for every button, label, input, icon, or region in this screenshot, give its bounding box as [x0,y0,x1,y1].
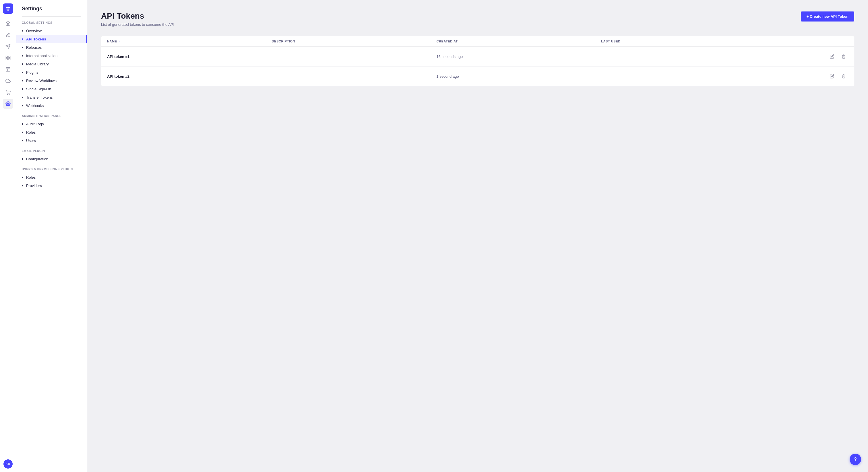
nav-dot [22,105,23,106]
sidebar-item-audit-logs[interactable]: Audit Logs [16,120,87,128]
main-content: API Tokens List of generated tokens to c… [87,0,868,472]
sidebar-item-media-library[interactable]: Media Library [16,60,87,68]
col-header-name: NAME [107,40,272,43]
page-header-text: API Tokens List of generated tokens to c… [101,11,174,27]
svg-rect-4 [6,59,7,60]
nav-dot [22,80,23,81]
table-header: NAME DESCRIPTION CREATED AT LAST USED [101,36,854,47]
col-header-created-at: CREATED AT [437,40,601,43]
sidebar-item-providers[interactable]: Providers [16,181,87,190]
sidebar-item-plugins[interactable]: Plugins [16,68,87,76]
svg-rect-6 [6,67,10,71]
sidebar-item-overview[interactable]: Overview [16,27,87,35]
sidebar-item-review-workflows[interactable]: Review Workflows [16,76,87,85]
col-header-description: DESCRIPTION [272,40,437,43]
page-subtitle: List of generated tokens to consume the … [101,22,174,27]
nav-components-icon[interactable] [3,64,13,74]
nav-dot [22,177,23,178]
svg-point-7 [7,94,8,95]
token-actions-1 [766,52,848,61]
delete-token-2-button[interactable] [839,72,848,81]
sort-name-icon[interactable] [118,40,120,42]
delete-token-1-button[interactable] [839,52,848,61]
nav-home-icon[interactable] [3,19,13,29]
sidebar-item-api-tokens[interactable]: API Tokens [16,35,87,43]
settings-sidebar: Settings GLOBAL SETTINGS Overview API To… [16,0,87,472]
svg-rect-2 [6,56,7,57]
icon-sidebar: KD [0,0,16,472]
nav-dot [22,47,23,48]
help-button[interactable]: ? [849,453,861,465]
sidebar-item-permissions-roles[interactable]: Roles [16,173,87,181]
nav-media-icon[interactable] [3,41,13,52]
user-avatar[interactable]: KD [3,460,12,469]
nav-content-icon[interactable] [3,30,13,40]
section-administration-panel: ADMINISTRATION PANEL [16,114,87,120]
sidebar-item-configuration[interactable]: Configuration [16,155,87,163]
nav-dot [22,123,23,125]
nav-dot [22,140,23,141]
nav-dot [22,132,23,133]
tokens-table: NAME DESCRIPTION CREATED AT LAST USED AP… [101,36,854,86]
section-email-plugin: EMAIL PLUGIN [16,149,87,155]
sidebar-item-users[interactable]: Users [16,136,87,145]
nav-dot [22,55,23,57]
token-created-at-2: 1 second ago [437,74,601,78]
sidebar-item-roles[interactable]: Roles [16,128,87,136]
section-global-settings: GLOBAL SETTINGS [16,21,87,27]
nav-dot-active [22,38,23,40]
nav-dot [22,88,23,90]
nav-cart-icon[interactable] [3,87,13,98]
token-name-1: API token #1 [107,55,272,59]
app-logo[interactable] [3,3,13,14]
col-header-actions [766,40,848,43]
nav-dot [22,30,23,32]
section-users-permissions: USERS & PERMISSIONS PLUGIN [16,168,87,173]
nav-settings-icon[interactable] [3,99,13,109]
nav-dot [22,63,23,65]
nav-dot [22,158,23,160]
settings-title: Settings [16,6,87,16]
sidebar-item-internationalization[interactable]: Internationalization [16,52,87,60]
svg-point-9 [7,103,9,105]
table-row: API token #2 1 second ago [101,67,854,86]
svg-rect-3 [9,56,10,57]
edit-token-2-button[interactable] [828,72,837,81]
nav-dot [22,97,23,98]
main-header: API Tokens List of generated tokens to c… [101,11,854,27]
nav-cloud-icon[interactable] [3,76,13,86]
token-actions-2 [766,72,848,81]
table-row: API token #1 16 seconds ago [101,47,854,67]
token-name-2: API token #2 [107,74,272,78]
svg-point-8 [9,94,10,95]
nav-content-type-icon[interactable] [3,53,13,63]
sidebar-item-releases[interactable]: Releases [16,43,87,52]
nav-dot [22,72,23,73]
sidebar-item-transfer-tokens[interactable]: Transfer Tokens [16,93,87,102]
page-title: API Tokens [101,11,174,21]
token-created-at-1: 16 seconds ago [437,55,601,59]
edit-token-1-button[interactable] [828,52,837,61]
create-api-token-button[interactable]: + Create new API Token [801,11,854,22]
sidebar-item-single-sign-on[interactable]: Single Sign-On [16,85,87,93]
nav-dot [22,185,23,187]
svg-rect-5 [9,59,10,60]
sidebar-item-webhooks[interactable]: Webhooks [16,102,87,110]
col-header-last-used: LAST USED [601,40,766,43]
